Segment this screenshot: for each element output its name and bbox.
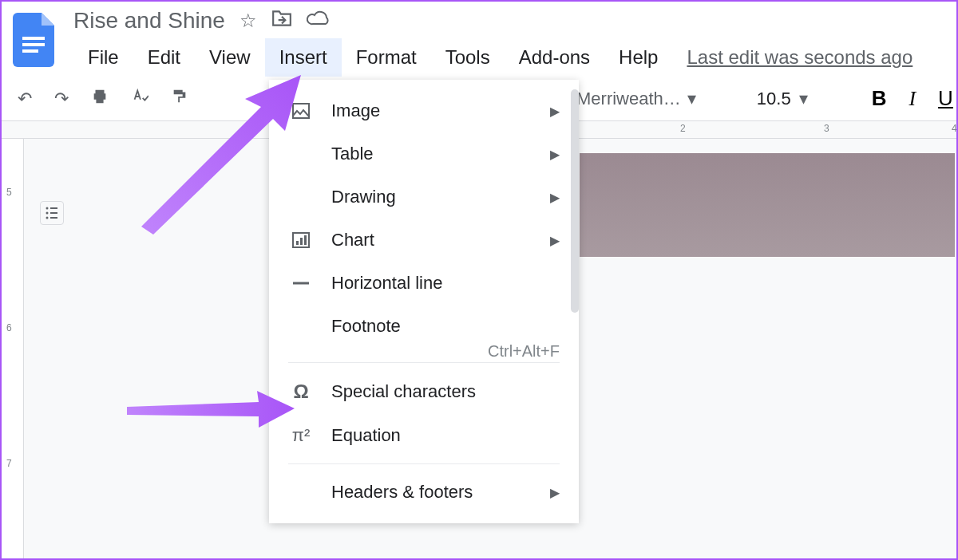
dd-label: Horizontal line xyxy=(331,273,442,294)
chevron-down-icon: ▾ xyxy=(687,89,696,109)
print-icon[interactable] xyxy=(91,88,109,110)
menu-edit[interactable]: Edit xyxy=(133,38,195,77)
svg-point-3 xyxy=(46,207,49,210)
menu-bar: File Edit View Insert Format Tools Add-o… xyxy=(73,38,948,77)
dropdown-separator xyxy=(288,362,560,363)
dd-image[interactable]: Image ▶ xyxy=(269,89,579,132)
svg-rect-12 xyxy=(300,238,303,245)
italic-icon[interactable]: I xyxy=(909,87,916,111)
dd-shortcut: Ctrl+Alt+F xyxy=(488,342,560,361)
dd-table[interactable]: Table ▶ xyxy=(269,132,579,175)
dd-label: Equation xyxy=(331,425,401,446)
dd-label: Chart xyxy=(331,230,374,250)
document-title[interactable]: Rise and Shine xyxy=(73,8,225,34)
chevron-down-icon: ▾ xyxy=(799,89,808,109)
dropdown-separator xyxy=(288,463,560,464)
menu-view[interactable]: View xyxy=(195,38,265,77)
submenu-arrow-icon: ▶ xyxy=(550,190,560,205)
redo-icon[interactable]: ↷ xyxy=(54,89,69,109)
svg-rect-0 xyxy=(22,37,45,40)
svg-rect-11 xyxy=(296,241,299,245)
dd-label: Special characters xyxy=(331,381,476,402)
ruler-mark: 3 xyxy=(824,123,829,134)
svg-rect-8 xyxy=(50,217,57,219)
cloud-status-icon[interactable] xyxy=(307,10,331,32)
dd-equation[interactable]: π² Equation xyxy=(269,414,579,457)
docs-logo-icon[interactable] xyxy=(10,8,57,72)
submenu-arrow-icon: ▶ xyxy=(550,233,560,248)
svg-rect-13 xyxy=(304,235,307,245)
submenu-arrow-icon: ▶ xyxy=(550,485,560,500)
ruler-mark: 4 xyxy=(952,123,957,134)
dd-label: Footnote xyxy=(331,316,401,337)
vertical-ruler: 5 6 7 xyxy=(2,139,24,560)
svg-rect-2 xyxy=(22,49,38,53)
dd-headers-footers[interactable]: Headers & footers ▶ xyxy=(269,471,579,514)
menu-help[interactable]: Help xyxy=(604,38,672,77)
ruler-mark: 2 xyxy=(680,123,686,134)
font-selector[interactable]: Merriweath… ▾ xyxy=(576,89,696,109)
last-edit-link[interactable]: Last edit was seconds ago xyxy=(687,46,912,69)
svg-rect-6 xyxy=(50,212,57,214)
document-image[interactable] xyxy=(580,153,955,257)
font-size: 10.5 xyxy=(757,89,791,109)
submenu-arrow-icon: ▶ xyxy=(550,147,560,162)
font-name: Merriweath… xyxy=(576,89,681,109)
dd-label: Headers & footers xyxy=(331,482,473,503)
star-icon[interactable]: ☆ xyxy=(240,10,257,32)
menu-addons[interactable]: Add-ons xyxy=(505,38,604,77)
horizontal-line-icon xyxy=(288,274,314,293)
app-header: Rise and Shine ☆ File Edit View Insert F… xyxy=(2,2,956,77)
font-size-selector[interactable]: 10.5 ▾ xyxy=(757,89,808,109)
insert-dropdown: Image ▶ Table ▶ Drawing ▶ Chart ▶ Horizo… xyxy=(269,80,579,523)
dd-horizontal-line[interactable]: Horizontal line xyxy=(269,262,579,305)
outline-toggle-icon[interactable] xyxy=(40,201,64,225)
dd-label: Table xyxy=(331,144,374,164)
underline-icon[interactable]: U xyxy=(938,86,953,111)
dd-label: Drawing xyxy=(331,187,396,207)
annotation-arrow xyxy=(123,391,299,431)
svg-rect-4 xyxy=(50,207,57,209)
dd-label: Image xyxy=(331,101,380,121)
vruler-mark: 6 xyxy=(6,322,12,333)
dd-chart[interactable]: Chart ▶ xyxy=(269,219,579,262)
undo-icon[interactable]: ↶ xyxy=(18,89,32,109)
menu-file[interactable]: File xyxy=(73,38,133,77)
menu-format[interactable]: Format xyxy=(342,38,431,77)
dd-drawing[interactable]: Drawing ▶ xyxy=(269,175,579,219)
move-folder-icon[interactable] xyxy=(271,10,292,32)
vruler-mark: 5 xyxy=(6,187,12,198)
vruler-mark: 7 xyxy=(6,458,12,469)
svg-point-5 xyxy=(46,212,49,215)
bold-icon[interactable]: B xyxy=(872,86,887,111)
svg-point-7 xyxy=(46,217,49,219)
menu-tools[interactable]: Tools xyxy=(431,38,505,77)
dd-footnote[interactable]: Footnote Ctrl+Alt+F xyxy=(269,305,579,356)
svg-rect-1 xyxy=(22,43,45,46)
submenu-arrow-icon: ▶ xyxy=(550,104,560,119)
annotation-arrow xyxy=(125,75,309,235)
dd-special-characters[interactable]: Ω Special characters xyxy=(269,369,579,414)
menu-insert[interactable]: Insert xyxy=(265,38,342,77)
